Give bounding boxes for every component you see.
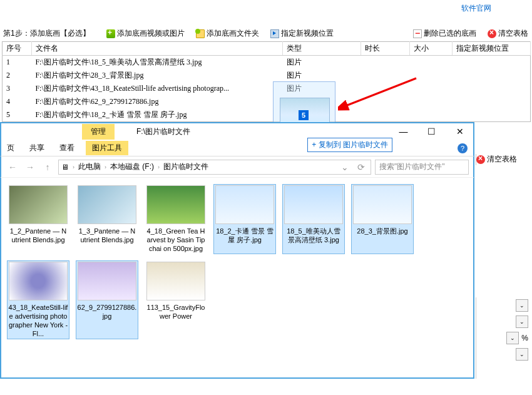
add-media-label: 添加底画视频或图片 — [117, 28, 185, 39]
copy-hint: + 复制到 图片临时文件 — [307, 138, 392, 152]
menu-view[interactable]: 页 — [7, 143, 14, 153]
search-input[interactable]: 搜索"图片临时文件" — [375, 160, 469, 175]
percent-label: % — [521, 334, 528, 342]
file-item[interactable]: 43_18_KeateStill-life advertising photog… — [7, 260, 69, 339]
col-name[interactable]: 文件名 — [31, 42, 282, 56]
refresh-icon[interactable]: ⟳ — [354, 160, 368, 174]
explorer-menubar: 页 共享 查看 图片工具 + 复制到 图片临时文件 ? — [1, 140, 474, 156]
table-row[interactable]: 2F:\图片临时文件\28_3_背景图.jpg图片 — [3, 69, 531, 82]
right-clear-fragment: 清空表格 — [476, 154, 532, 165]
table-row[interactable]: 1F:\图片临时文件\18_5_唯美动人雪景高清壁纸 3.jpg图片 — [3, 56, 531, 69]
file-name: 1_3_Pantene — Nutrient Blends.jpg — [77, 227, 137, 244]
step-label: 第1步：添加底画【必选】 — [3, 28, 90, 39]
breadcrumb-seg[interactable]: 本地磁盘 (F:) — [110, 162, 154, 172]
file-item[interactable]: 18_5_唯美动人雪景高清壁纸 3.jpg — [282, 184, 345, 254]
table-header-row: 序号 文件名 类型 时长 大小 指定新视频位置 — [3, 42, 531, 56]
thumbnail — [353, 185, 412, 224]
dropdown[interactable]: ⌄ — [516, 299, 528, 312]
annotation-arrow — [338, 75, 419, 113]
delete-label: 删除已选的底画 — [424, 28, 476, 39]
file-item[interactable]: 4_18_Green Tea Harvest by Sasin Tipchai … — [145, 184, 207, 254]
set-pos-label: 指定新视频位置 — [281, 28, 334, 39]
explorer-addressbar: ← → ↑ 🖥 › 此电脑 › 本地磁盘 (F:) › 图片临时文件 ⌄ ⟳ 搜… — [1, 156, 474, 178]
file-name: 62_9_2799127886.jpg — [77, 303, 137, 321]
clear-table-button[interactable]: 清空表格 — [488, 28, 528, 39]
menu-look[interactable]: 查看 — [59, 143, 74, 153]
breadcrumb-seg[interactable]: 此电脑 — [78, 162, 101, 172]
right-controls-fragment: ⌄ ⌄ ⌄% ⌄ — [476, 297, 532, 379]
chevron-right-icon: › — [105, 164, 106, 170]
right-clear-label[interactable]: 清空表格 — [487, 155, 517, 163]
thumbnail — [146, 185, 205, 224]
toolbar-right: 删除已选的底画 清空表格 — [413, 28, 528, 39]
address-box[interactable]: 🖥 › 此电脑 › 本地磁盘 (F:) › 图片临时文件 ⌄ ⟳ — [58, 160, 371, 175]
table-row[interactable]: 5F:\图片临时文件\18_2_卡通 雪景 雪屋 房子.jpg图片 — [3, 108, 531, 122]
maximize-button[interactable]: ☐ — [417, 123, 446, 140]
clear-label: 清空表格 — [498, 28, 528, 39]
nav-fwd[interactable]: → — [23, 160, 37, 174]
nav-back[interactable]: ← — [6, 160, 19, 174]
file-name: 113_15_GravityFlower Power — [146, 303, 206, 321]
thumbnail — [9, 262, 68, 300]
chevron-right-icon: › — [73, 164, 74, 170]
breadcrumb-seg[interactable]: 图片临时文件 — [163, 162, 208, 172]
thumbnail — [78, 185, 136, 224]
add-folder-button[interactable]: 添加底画文件夹 — [196, 28, 259, 39]
pc-icon: 🖥 — [61, 163, 69, 172]
manage-tab[interactable]: 管理 — [82, 124, 115, 140]
window-title: F:\图片临时文件 — [124, 126, 190, 137]
file-grid: 1_2_Pantene — Nutrient Blends.jpg1_3_Pan… — [1, 178, 474, 366]
file-name: 4_18_Green Tea Harvest by Sasin Tipchai … — [146, 227, 206, 253]
thumbnail — [215, 185, 274, 224]
drag-count-badge: 5 — [299, 110, 309, 120]
top-link[interactable]: 软件官网 — [461, 3, 491, 14]
dropdown[interactable]: ⌄ — [516, 348, 528, 361]
table-row[interactable]: 3F:\图片临时文件\43_18_KeateStill-life adverti… — [3, 82, 531, 95]
file-item[interactable]: 18_2_卡通 雪景 雪屋 房子.jpg — [213, 184, 276, 254]
file-item[interactable]: 113_15_GravityFlower Power — [145, 260, 207, 339]
menu-share[interactable]: 共享 — [29, 143, 44, 153]
nav-up[interactable]: ↑ — [41, 160, 54, 174]
delete-selected-button[interactable]: 删除已选的底画 — [413, 28, 476, 39]
addr-dropdown[interactable]: ⌄ — [338, 160, 352, 174]
col-size[interactable]: 大小 — [410, 42, 453, 56]
video-icon — [270, 29, 279, 38]
svg-line-0 — [344, 78, 416, 106]
file-name: 18_5_唯美动人雪景高清壁纸 3.jpg — [284, 227, 344, 244]
thumbnail — [78, 262, 136, 300]
folder-icon — [196, 29, 205, 38]
picture-tools-tab[interactable]: 图片工具 — [86, 141, 128, 155]
minimize-button[interactable]: — — [389, 123, 417, 140]
toolbar-left: 添加底画视频或图片 添加底画文件夹 指定新视频位置 — [106, 28, 334, 39]
dropdown[interactable]: ⌄ — [506, 332, 519, 344]
thumbnail — [284, 185, 343, 224]
clear-icon — [488, 29, 496, 38]
table-row[interactable]: 4F:\图片临时文件\62_9_2799127886.jpg图片 — [3, 95, 531, 108]
delete-icon — [413, 29, 422, 38]
plus-icon — [106, 29, 115, 38]
close-button[interactable]: ✕ — [446, 123, 474, 140]
col-type[interactable]: 类型 — [283, 42, 361, 56]
clear-icon — [476, 155, 485, 164]
thumbnail — [9, 185, 68, 224]
file-name: 1_2_Pantene — Nutrient Blends.jpg — [8, 227, 68, 244]
explorer-window: 管理 F:\图片临时文件 — ☐ ✕ 页 共享 查看 图片工具 + 复制到 图片… — [0, 122, 474, 379]
chevron-right-icon: › — [158, 164, 160, 170]
file-table: 序号 文件名 类型 时长 大小 指定新视频位置 1F:\图片临时文件\18_5_… — [2, 41, 531, 122]
col-idx[interactable]: 序号 — [3, 42, 32, 56]
file-item[interactable]: 28_3_背景图.jpg — [351, 184, 414, 254]
add-media-button[interactable]: 添加底画视频或图片 — [106, 28, 185, 39]
help-icon[interactable]: ? — [458, 143, 468, 153]
add-folder-label: 添加底画文件夹 — [207, 28, 259, 39]
file-name: 43_18_KeateStill-life advertising photog… — [8, 303, 68, 338]
explorer-titlebar: 管理 F:\图片临时文件 — ☐ ✕ — [1, 123, 474, 140]
file-name: 28_3_背景图.jpg — [357, 227, 407, 235]
dropdown[interactable]: ⌄ — [516, 315, 528, 328]
file-name: 18_2_卡通 雪景 雪屋 房子.jpg — [215, 227, 275, 244]
col-dur[interactable]: 时长 — [361, 42, 410, 56]
file-item[interactable]: 62_9_2799127886.jpg — [76, 260, 138, 339]
file-item[interactable]: 1_3_Pantene — Nutrient Blends.jpg — [76, 184, 138, 254]
set-video-pos-button[interactable]: 指定新视频位置 — [270, 28, 334, 39]
file-item[interactable]: 1_2_Pantene — Nutrient Blends.jpg — [7, 184, 69, 254]
col-pos[interactable]: 指定新视频位置 — [452, 42, 530, 56]
